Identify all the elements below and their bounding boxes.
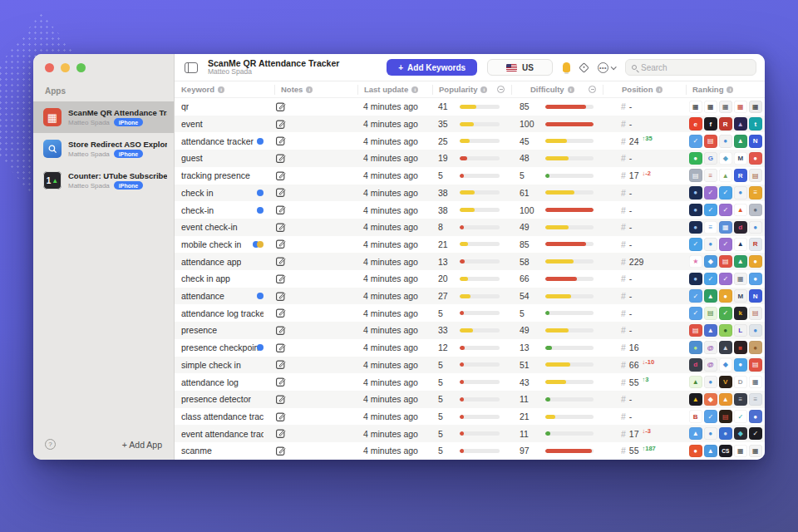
ranking-icons[interactable]: ✓▤●▲N (686, 132, 765, 150)
app-author: Matteo Spada (68, 182, 110, 190)
column-header-position[interactable]: Positioni (603, 85, 686, 95)
ranking-icons[interactable]: B✓▤✓● (686, 408, 765, 426)
table-row[interactable]: guest4 minutes ago1948#-●G◆M● (175, 150, 765, 167)
table-row[interactable]: scanme4 minutes ago597#55↑187●▲CS▦▦ (175, 442, 765, 460)
country-selector[interactable]: US (487, 59, 553, 76)
table-row[interactable]: attendance app4 minutes ago1358#229★◆▤▲● (175, 253, 765, 270)
table-row[interactable]: presence detector4 minutes ago511#-▲◆▲≡≡ (175, 391, 765, 408)
ranking-icons[interactable]: ●✓✓▲● (686, 201, 765, 219)
note-edit-button[interactable] (274, 373, 357, 391)
ranking-icons[interactable]: ✓●✓▲R (686, 236, 765, 254)
help-icon[interactable]: ? (45, 439, 56, 450)
suggestions-button[interactable] (563, 62, 570, 72)
zoom-window-button[interactable] (76, 63, 86, 72)
search-field[interactable] (625, 59, 756, 76)
ranking-icons[interactable]: ▤≡▲R▤ (686, 167, 765, 185)
table-row[interactable]: qr4 minutes ago4185#-▦▦▦▦▦ (175, 98, 765, 116)
note-edit-button[interactable] (274, 167, 357, 185)
column-header-ranking[interactable]: Rankingi (686, 85, 765, 95)
table-row[interactable]: attendance4 minutes ago2754#-✓▲●MN (175, 288, 765, 305)
table-row[interactable]: attendance log tracker4 minutes ago55#-✓… (175, 304, 765, 322)
ranking-icons[interactable]: ▲●●◆✓ (686, 425, 765, 442)
info-icon[interactable]: i (218, 86, 224, 93)
ranking-icons[interactable]: ▲◆▲≡≡ (686, 391, 765, 408)
ranking-icons[interactable]: ●✓✓●≡ (686, 185, 765, 202)
table-row[interactable]: event attendance tracker4 minutes ago511… (175, 425, 765, 442)
table-row[interactable]: presence4 minutes ago3349#-▤▲●L● (175, 322, 765, 339)
info-icon[interactable]: i (727, 86, 733, 93)
info-icon[interactable]: i (411, 86, 418, 93)
note-edit-button[interactable] (274, 253, 357, 270)
add-keywords-button[interactable]: + Add Keywords (387, 59, 477, 76)
ranking-app-icon: ▦ (749, 445, 762, 458)
note-edit-button[interactable] (274, 322, 357, 339)
table-row[interactable]: class attendance tracker4 minutes ago521… (175, 408, 765, 426)
note-edit-button[interactable] (274, 132, 357, 150)
note-edit-button[interactable] (274, 425, 357, 442)
sidebar-app-item[interactable]: 1▲Counter: UTube SubscribersMatteo Spada… (33, 165, 174, 196)
note-edit-button[interactable] (274, 236, 357, 254)
popularity-value: 5 (438, 170, 456, 180)
ranking-icons[interactable]: d@◆●▤ (686, 357, 765, 374)
info-icon[interactable]: i (656, 86, 663, 93)
sidebar-app-item[interactable]: Store Redirect ASO ExplorerMatteo Spadai… (33, 133, 174, 165)
ranking-icons[interactable]: ●G◆M● (686, 150, 765, 167)
sidebar-toggle-icon[interactable] (185, 62, 198, 73)
note-edit-button[interactable] (274, 304, 357, 322)
note-edit-button[interactable] (274, 98, 357, 116)
hidden-column-icon[interactable] (589, 86, 596, 93)
table-row[interactable]: event4 minutes ago35100#-efR▲t (175, 116, 765, 133)
ranking-icons[interactable]: ●▲CS▦▦ (686, 442, 765, 460)
add-app-button[interactable]: + Add App (122, 440, 162, 450)
ranking-icons[interactable]: ▲●VD▦ (686, 373, 765, 391)
column-header-difficulty[interactable]: Difficultyi (511, 85, 603, 95)
note-edit-button[interactable] (274, 116, 357, 133)
info-icon[interactable]: i (568, 86, 574, 93)
table-row[interactable]: attendance log4 minutes ago543#55↑3▲●VD▦ (175, 373, 765, 391)
note-edit-button[interactable] (274, 339, 357, 357)
note-edit-button[interactable] (274, 185, 357, 202)
table-row[interactable]: tracking presence4 minutes ago55#17↓-2▤≡… (175, 167, 765, 185)
table-row[interactable]: check-in4 minutes ago38100#-●✓✓▲● (175, 201, 765, 219)
table-row[interactable]: check in4 minutes ago3861#-●✓✓●≡ (175, 185, 765, 202)
ranking-icons[interactable]: ✓▤✓k▤ (686, 304, 765, 322)
note-edit-button[interactable] (274, 442, 357, 460)
column-header-last-update[interactable]: Last updatei (357, 85, 432, 95)
tags-button[interactable] (580, 64, 588, 71)
table-row[interactable]: simple check in4 minutes ago551#66↓-10d@… (175, 357, 765, 374)
table-row[interactable]: check in app4 minutes ago2066#-●✓✓▦● (175, 270, 765, 288)
hidden-column-icon[interactable] (497, 86, 505, 93)
note-edit-button[interactable] (274, 219, 357, 236)
info-icon[interactable]: i (306, 86, 313, 93)
note-edit-button[interactable] (274, 201, 357, 219)
note-edit-button[interactable] (274, 288, 357, 305)
table-row[interactable]: presence checkpoint4 minutes ago1213#16●… (175, 339, 765, 357)
column-header-popularity[interactable]: Popularityi (432, 85, 511, 95)
ranking-icons[interactable]: ●@▲■● (686, 339, 765, 357)
hash-sign: # (621, 205, 626, 215)
difficulty-cell: 61 (511, 185, 603, 202)
more-options-button[interactable]: ••• (598, 62, 615, 73)
note-edit-button[interactable] (274, 270, 357, 288)
column-header-notes[interactable]: Notesi (274, 85, 357, 95)
info-icon[interactable]: i (480, 86, 487, 93)
ranking-icons[interactable]: ▤▲●L● (686, 322, 765, 339)
search-input[interactable] (641, 63, 741, 72)
minimize-window-button[interactable] (61, 63, 70, 72)
column-header-keyword[interactable]: Keywordi (175, 85, 274, 95)
ranking-icons[interactable]: ▦▦▦▦▦ (686, 98, 765, 116)
note-edit-button[interactable] (274, 408, 357, 426)
ranking-icons[interactable]: ●≡▦d● (686, 219, 765, 236)
ranking-icons[interactable]: efR▲t (686, 116, 765, 133)
table-row[interactable]: attendance tracker4 minutes ago2545#24↑3… (175, 132, 765, 150)
note-edit-button[interactable] (274, 357, 357, 374)
ranking-icons[interactable]: ✓▲●MN (686, 288, 765, 305)
note-edit-button[interactable] (274, 391, 357, 408)
table-row[interactable]: mobile check in4 minutes ago2185#-✓●✓▲R (175, 236, 765, 254)
close-window-button[interactable] (45, 63, 54, 72)
ranking-icons[interactable]: ●✓✓▦● (686, 270, 765, 288)
table-row[interactable]: event check-in4 minutes ago849#-●≡▦d● (175, 219, 765, 236)
sidebar-app-item[interactable]: ▦ScanMe QR Attendance TrackerMatteo Spad… (33, 101, 174, 133)
ranking-icons[interactable]: ★◆▤▲● (686, 253, 765, 270)
note-edit-button[interactable] (274, 150, 357, 167)
